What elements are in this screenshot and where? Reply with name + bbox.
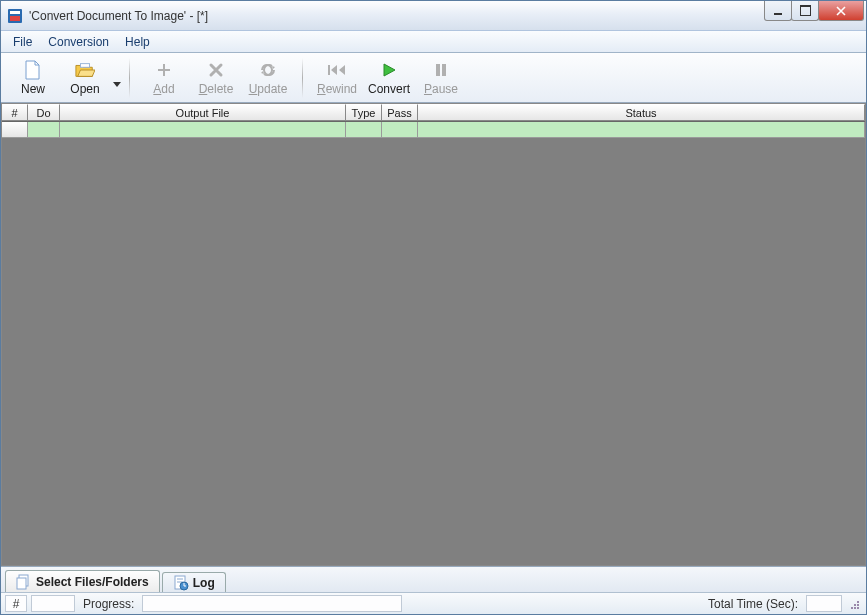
svg-rect-5	[436, 64, 440, 76]
maximize-button[interactable]	[791, 1, 819, 21]
plus-icon	[154, 60, 174, 80]
toolbar: New Open Add Delete	[1, 53, 866, 103]
new-label: New	[21, 82, 45, 96]
open-icon	[75, 60, 95, 80]
x-icon	[206, 60, 226, 80]
bottom-tabstrip: Select Files/Folders Log	[1, 566, 866, 592]
svg-rect-4	[328, 65, 330, 75]
row-index-cell	[2, 122, 28, 138]
tab-select-files[interactable]: Select Files/Folders	[5, 570, 160, 592]
app-icon	[7, 8, 23, 24]
progress-label: Progress:	[79, 597, 138, 611]
svg-rect-2	[10, 16, 20, 21]
status-index: #	[5, 595, 27, 612]
toolbar-separator	[302, 58, 303, 98]
svg-rect-3	[80, 63, 89, 67]
row-do-cell	[28, 122, 60, 138]
col-output-file[interactable]: Output File	[60, 104, 346, 121]
statusbar: # Progress: Total Time (Sec):	[1, 592, 866, 614]
grid-area: # Do Output File Type Pass Status	[1, 103, 866, 566]
menubar: File Conversion Help	[1, 31, 866, 53]
minimize-button[interactable]	[764, 1, 792, 21]
col-pass[interactable]: Pass	[382, 104, 418, 121]
menu-file[interactable]: File	[5, 33, 40, 51]
menu-conversion[interactable]: Conversion	[40, 33, 117, 51]
total-time-label: Total Time (Sec):	[704, 597, 802, 611]
pause-icon	[431, 60, 451, 80]
resize-grip[interactable]	[846, 596, 862, 612]
new-button[interactable]: New	[7, 56, 59, 100]
rewind-icon	[327, 60, 347, 80]
menu-help[interactable]: Help	[117, 33, 158, 51]
update-button[interactable]: Update	[242, 56, 294, 100]
open-button[interactable]: Open	[59, 56, 111, 100]
app-window: 'Convert Document To Image' - [*] File C…	[0, 0, 867, 615]
close-button[interactable]	[818, 1, 864, 21]
delete-button[interactable]: Delete	[190, 56, 242, 100]
tab-log-label: Log	[193, 576, 215, 590]
window-title: 'Convert Document To Image' - [*]	[29, 9, 765, 23]
svg-rect-6	[442, 64, 446, 76]
toolbar-separator	[129, 58, 130, 98]
convert-button[interactable]: Convert	[363, 56, 415, 100]
open-dropdown[interactable]	[113, 76, 121, 90]
col-do[interactable]: Do	[28, 104, 60, 121]
pause-label: Pause	[424, 82, 458, 96]
col-index[interactable]: #	[2, 104, 28, 121]
update-label: Update	[249, 82, 288, 96]
log-icon	[173, 575, 189, 591]
col-status[interactable]: Status	[418, 104, 865, 121]
svg-rect-1	[10, 11, 20, 14]
row-status-cell	[418, 122, 865, 138]
window-controls	[765, 1, 864, 21]
tab-select-label: Select Files/Folders	[36, 575, 149, 589]
row-pass-cell	[382, 122, 418, 138]
open-label: Open	[70, 82, 99, 96]
delete-label: Delete	[199, 82, 234, 96]
status-index-value	[31, 595, 75, 612]
rewind-button[interactable]: Rewind	[311, 56, 363, 100]
table-row[interactable]	[2, 122, 865, 138]
add-label: Add	[153, 82, 174, 96]
add-button[interactable]: Add	[138, 56, 190, 100]
total-time-value	[806, 595, 842, 612]
files-icon	[16, 574, 32, 590]
row-output-cell	[60, 122, 346, 138]
col-type[interactable]: Type	[346, 104, 382, 121]
svg-rect-8	[17, 578, 26, 589]
tab-log[interactable]: Log	[162, 572, 226, 592]
progress-bar	[142, 595, 402, 612]
rewind-label: Rewind	[317, 82, 357, 96]
play-icon	[379, 60, 399, 80]
convert-label: Convert	[368, 82, 410, 96]
new-file-icon	[23, 60, 43, 80]
titlebar[interactable]: 'Convert Document To Image' - [*]	[1, 1, 866, 31]
row-type-cell	[346, 122, 382, 138]
pause-button[interactable]: Pause	[415, 56, 467, 100]
refresh-icon	[258, 60, 278, 80]
grid-header: # Do Output File Type Pass Status	[2, 104, 865, 122]
